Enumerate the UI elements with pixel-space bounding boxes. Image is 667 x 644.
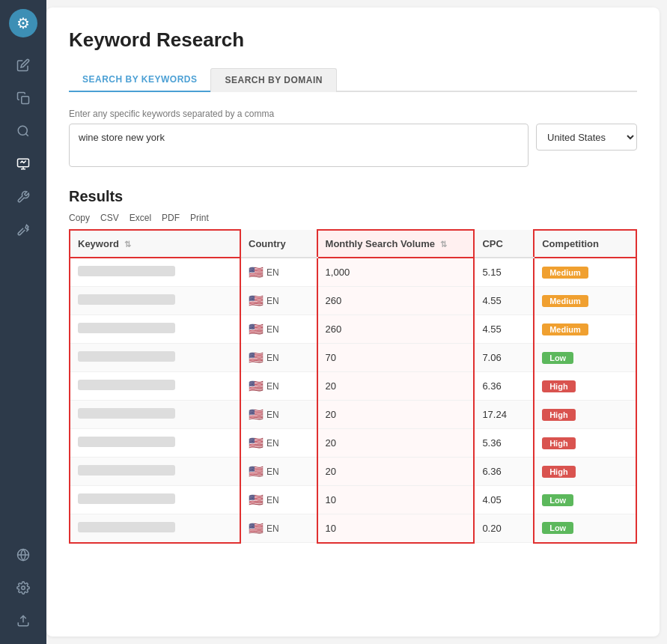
cell-country: 🇺🇸 EN — [240, 372, 317, 401]
svg-point-1 — [18, 126, 27, 135]
cell-msv: 10 — [317, 514, 475, 543]
cell-keyword — [70, 486, 240, 514]
cell-country: 🇺🇸 EN — [240, 429, 317, 458]
cell-keyword — [70, 344, 240, 372]
sidebar-item-globe[interactable] — [9, 541, 37, 569]
cell-msv: 260 — [317, 287, 475, 315]
cell-msv: 260 — [317, 315, 475, 344]
cell-country: 🇺🇸 EN — [240, 458, 317, 486]
tab-keywords[interactable]: SEARCH BY KEYWORDS — [69, 68, 210, 92]
results-title: Results — [69, 188, 637, 205]
print-button[interactable]: Print — [190, 213, 209, 223]
cell-keyword — [70, 429, 240, 458]
cell-cpc: 17.24 — [474, 401, 534, 429]
csv-button[interactable]: CSV — [100, 213, 119, 223]
competition-badge: Low — [542, 494, 573, 506]
cell-keyword — [70, 315, 240, 344]
competition-badge: Medium — [542, 295, 588, 307]
cell-competition: Low — [534, 344, 636, 372]
main-content: Keyword Research SEARCH BY KEYWORDS SEAR… — [46, 0, 667, 644]
content-area: Keyword Research SEARCH BY KEYWORDS SEAR… — [46, 7, 660, 637]
cell-cpc: 4.05 — [474, 486, 534, 514]
msv-sort-icon[interactable]: ⇅ — [440, 240, 447, 249]
cell-msv: 20 — [317, 372, 475, 401]
cell-msv: 20 — [317, 401, 475, 429]
competition-badge: High — [542, 437, 575, 449]
cell-keyword — [70, 287, 240, 315]
cell-cpc: 6.36 — [474, 458, 534, 486]
search-input-row: wine store new york United States United… — [69, 124, 637, 167]
competition-badge: Medium — [542, 323, 588, 335]
table-row: 🇺🇸 EN 260 4.55 Medium — [70, 315, 636, 344]
cell-msv: 10 — [317, 486, 475, 514]
sidebar-item-export[interactable] — [9, 607, 37, 635]
table-row: 🇺🇸 EN 10 0.20 Low — [70, 514, 636, 543]
copy-button[interactable]: Copy — [69, 213, 90, 223]
table-row: 🇺🇸 EN 10 4.05 Low — [70, 486, 636, 514]
cell-keyword — [70, 458, 240, 486]
cell-msv: 1,000 — [317, 258, 475, 287]
table-row: 🇺🇸 EN 20 17.24 High — [70, 401, 636, 429]
sidebar-item-copy[interactable] — [9, 84, 37, 112]
pdf-button[interactable]: PDF — [162, 213, 180, 223]
table-row: 🇺🇸 EN 1,000 5.15 Medium — [70, 258, 636, 287]
keyword-input[interactable]: wine store new york — [69, 124, 529, 167]
cell-msv: 20 — [317, 429, 475, 458]
cell-keyword — [70, 258, 240, 287]
cell-cpc: 4.55 — [474, 287, 534, 315]
excel-button[interactable]: Excel — [130, 213, 151, 223]
cell-keyword — [70, 401, 240, 429]
cell-country: 🇺🇸 EN — [240, 315, 317, 344]
cell-cpc: 5.36 — [474, 429, 534, 458]
competition-badge: Low — [542, 522, 573, 534]
search-tabs: SEARCH BY KEYWORDS SEARCH BY DOMAIN — [69, 68, 637, 92]
cell-competition: High — [534, 401, 636, 429]
table-row: 🇺🇸 EN 20 5.36 High — [70, 429, 636, 458]
competition-badge: Medium — [542, 267, 588, 279]
competition-badge: High — [542, 380, 575, 392]
table-row: 🇺🇸 EN 20 6.36 High — [70, 372, 636, 401]
col-header-competition: Competition — [534, 230, 636, 258]
sidebar-item-settings[interactable] — [9, 574, 37, 602]
cell-cpc: 6.36 — [474, 372, 534, 401]
sidebar-item-search[interactable] — [9, 117, 37, 145]
cell-competition: High — [534, 458, 636, 486]
table-row: 🇺🇸 EN 20 6.36 High — [70, 458, 636, 486]
svg-point-5 — [22, 586, 25, 590]
logo-icon: ⚙ — [16, 14, 30, 32]
keyword-sort-icon[interactable]: ⇅ — [124, 240, 131, 249]
sidebar-item-wrench[interactable] — [9, 183, 37, 211]
col-header-keyword: Keyword ⇅ — [70, 230, 240, 258]
app-logo[interactable]: ⚙ — [9, 9, 37, 37]
competition-badge: High — [542, 409, 575, 421]
cell-competition: High — [534, 372, 636, 401]
col-header-msv: Monthly Search Volume ⇅ — [317, 230, 475, 258]
page-title: Keyword Research — [69, 28, 637, 52]
country-select[interactable]: United States United Kingdom Canada Aust… — [536, 124, 637, 151]
table-actions: Copy CSV Excel PDF Print — [69, 213, 637, 223]
cell-country: 🇺🇸 EN — [240, 401, 317, 429]
cell-country: 🇺🇸 EN — [240, 514, 317, 543]
cell-cpc: 0.20 — [474, 514, 534, 543]
cell-cpc: 7.06 — [474, 344, 534, 372]
cell-competition: High — [534, 429, 636, 458]
cell-keyword — [70, 372, 240, 401]
cell-msv: 70 — [317, 344, 475, 372]
table-row: 🇺🇸 EN 260 4.55 Medium — [70, 287, 636, 315]
sidebar-item-edit[interactable] — [9, 51, 37, 79]
table-row: 🇺🇸 EN 70 7.06 Low — [70, 344, 636, 372]
cell-country: 🇺🇸 EN — [240, 486, 317, 514]
competition-badge: Low — [542, 352, 573, 364]
cell-competition: Low — [534, 514, 636, 543]
cell-cpc: 5.15 — [474, 258, 534, 287]
sidebar-item-hammer[interactable] — [9, 216, 37, 244]
svg-rect-0 — [22, 97, 29, 104]
cell-keyword — [70, 514, 240, 543]
col-header-country: Country — [240, 230, 317, 258]
tab-domain[interactable]: SEARCH BY DOMAIN — [210, 68, 336, 92]
cell-country: 🇺🇸 EN — [240, 287, 317, 315]
sidebar-item-chart[interactable] — [9, 150, 37, 178]
cell-competition: Low — [534, 486, 636, 514]
input-label: Enter any specific keywords separated by… — [69, 109, 637, 119]
cell-competition: Medium — [534, 258, 636, 287]
